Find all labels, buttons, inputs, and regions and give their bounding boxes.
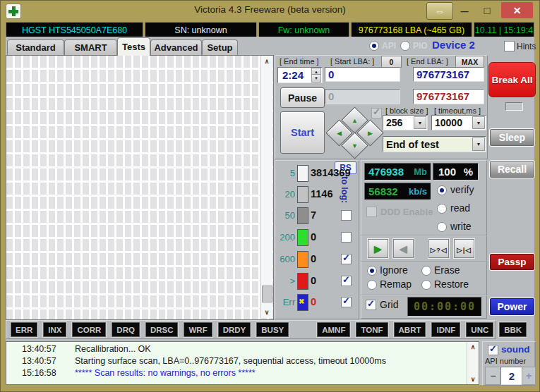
loop-checkbox[interactable] xyxy=(371,108,382,118)
block-size-select[interactable]: 256 xyxy=(383,115,428,130)
end-time-down-icon[interactable]: ▼ xyxy=(311,74,321,82)
power-button[interactable]: Power xyxy=(489,298,535,316)
counter-color-box xyxy=(297,229,308,246)
erase-radio[interactable] xyxy=(421,266,431,276)
scroll-up-icon[interactable]: ∧ xyxy=(261,58,272,65)
start-lba-input[interactable]: 0 xyxy=(325,67,400,82)
tab-standard[interactable]: Standard xyxy=(7,39,64,55)
sound-checkbox[interactable] xyxy=(488,345,498,355)
speed-unit: kb/s xyxy=(409,186,431,197)
swap-button[interactable] xyxy=(426,2,453,20)
api-radio[interactable] xyxy=(369,41,379,51)
start-lba-label: [ Start LBA: ] xyxy=(330,57,374,66)
seek-end-icon xyxy=(457,243,471,255)
counter-label: 600 xyxy=(274,254,295,264)
verify-radio[interactable] xyxy=(437,185,447,195)
counter-label: > xyxy=(274,276,295,286)
action-select[interactable]: End of test xyxy=(383,136,486,152)
pio-radio-label: PIO xyxy=(413,41,428,51)
surface-scrollbar[interactable]: ∧ ∨ xyxy=(260,56,272,318)
status-flag: IDNF xyxy=(431,322,460,337)
current-lba-input: 976773167 xyxy=(413,89,484,104)
tab-setup[interactable]: Setup xyxy=(202,39,238,55)
status-flag: DRDY xyxy=(218,322,251,337)
grid-checkbox-label: Grid xyxy=(380,299,398,310)
back-icon xyxy=(400,243,407,255)
hints-checkbox[interactable] xyxy=(504,41,515,51)
scan-start-button[interactable] xyxy=(368,239,388,258)
status-flag: CORR xyxy=(72,322,106,337)
log-scroll-down-icon[interactable]: ∨ xyxy=(467,376,479,383)
counter-count: 0 xyxy=(311,275,316,286)
log-scrollbar[interactable]: ∧ ∨ xyxy=(467,342,479,384)
right-arrow-icon: ▶ xyxy=(361,124,379,142)
verify-radio-label: verify xyxy=(450,184,474,195)
api-number-label: API number xyxy=(485,357,526,365)
status-flag: UNC xyxy=(466,322,493,337)
scroll-down-icon[interactable]: ∨ xyxy=(261,309,272,316)
timeout-dropdown-icon[interactable] xyxy=(472,116,485,129)
pause-button[interactable]: Pause xyxy=(280,87,325,108)
ignore-radio[interactable] xyxy=(367,266,377,276)
scrollbar-thumb[interactable] xyxy=(262,286,272,302)
read-radio-label: read xyxy=(450,202,470,214)
api-number-increment-button[interactable]: + xyxy=(522,367,536,385)
sleep-button[interactable]: Sleep xyxy=(489,128,535,147)
error-count: 0 xyxy=(311,296,316,307)
log-scroll-up-icon[interactable]: ∧ xyxy=(467,343,479,350)
grid-checkbox[interactable] xyxy=(366,300,376,310)
scan-back-button[interactable] xyxy=(393,239,414,258)
to-log-checkbox[interactable] xyxy=(341,210,352,221)
counter-label: 50 xyxy=(274,210,295,221)
to-log-checkbox[interactable] xyxy=(341,276,352,286)
end-time-spinner[interactable]: 2:24 ▲ ▼ xyxy=(277,67,323,83)
counter-count: 1146 xyxy=(311,188,332,200)
start-lba-value: 0 xyxy=(328,68,334,80)
pio-radio[interactable] xyxy=(400,41,410,51)
close-button[interactable] xyxy=(501,2,533,18)
remap-radio[interactable] xyxy=(367,280,377,290)
counter-color-box xyxy=(297,165,308,182)
break-all-button[interactable]: Break All xyxy=(488,62,536,97)
passp-button[interactable]: Passp xyxy=(489,253,535,271)
action-dropdown-icon[interactable] xyxy=(472,137,485,151)
timeout-select[interactable]: 10000 xyxy=(431,115,486,130)
scan-question-button[interactable] xyxy=(428,239,449,258)
to-log-checkbox[interactable] xyxy=(341,254,352,264)
counter-count: 7 xyxy=(311,209,316,221)
maximize-icon xyxy=(484,4,490,17)
error-color-box xyxy=(297,294,308,311)
start-button[interactable]: Start xyxy=(280,111,325,154)
read-radio[interactable] xyxy=(437,204,447,214)
tab-advanced[interactable]: Advanced xyxy=(150,39,202,55)
ddd-enable-checkbox[interactable] xyxy=(366,207,377,217)
block-size-label: [ block size ] xyxy=(385,106,428,115)
tab-smart[interactable]: SMART xyxy=(64,39,117,55)
api-number-value: 2 xyxy=(500,367,523,385)
end-lba-input[interactable]: 976773167 xyxy=(413,67,484,82)
maximize-button[interactable] xyxy=(479,4,496,17)
end-lba-max-button[interactable]: MAX xyxy=(455,56,484,68)
speed-value: 56832 xyxy=(365,185,398,197)
speed-lcd: 56832 kb/s xyxy=(364,183,431,200)
start-lba-zero-button[interactable]: 0 xyxy=(381,56,402,68)
restore-radio[interactable] xyxy=(421,280,431,290)
tab-tests[interactable]: Tests xyxy=(117,37,150,56)
sound-checkbox-label: sound xyxy=(501,344,530,355)
timer-value: 00:00:00 xyxy=(414,300,476,313)
log-time: 15:16:58 xyxy=(22,368,56,380)
block-size-dropdown-icon[interactable] xyxy=(414,116,426,129)
log-panel: 13:40:57 Recallibration... OK 13:40:57 S… xyxy=(6,341,479,385)
counter-color-box xyxy=(297,251,308,268)
api-number-decrement-button[interactable]: – xyxy=(485,367,502,385)
recall-button[interactable]: Recall xyxy=(489,160,535,178)
write-radio-label: write xyxy=(450,221,472,232)
minimize-button[interactable] xyxy=(456,4,473,17)
scan-to-end-button[interactable] xyxy=(454,239,474,258)
to-log-checkbox[interactable] xyxy=(341,232,352,243)
log-message-result: ***** Scan results: no warnings, no erro… xyxy=(75,368,256,380)
ddd-enable-label: DDD Enable xyxy=(380,207,433,217)
to-log-checkbox[interactable] xyxy=(341,297,352,307)
write-radio[interactable] xyxy=(437,222,447,232)
mb-unit: Mb xyxy=(414,166,431,177)
